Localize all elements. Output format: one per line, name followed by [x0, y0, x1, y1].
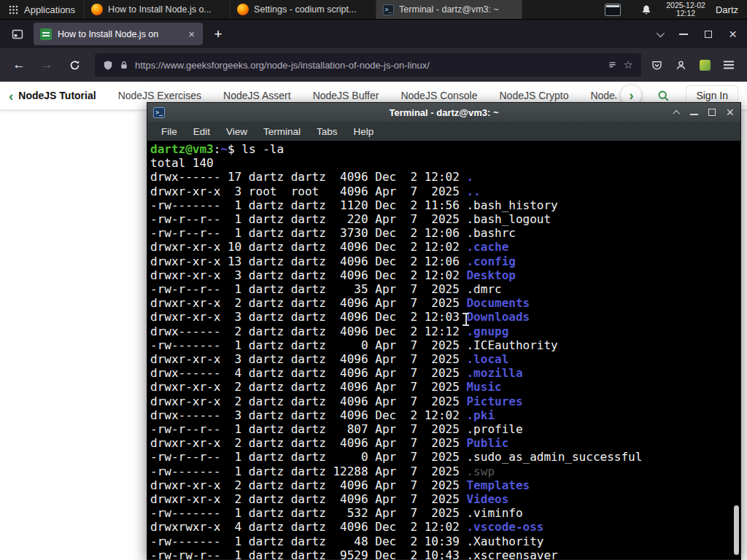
url-text[interactable]: https://www.geeksforgeeks.org/node-js/in…	[135, 60, 601, 71]
terminal-line: drwxr-xr-x 2 dartz dartz 4096 Apr 7 2025…	[150, 394, 740, 408]
file-name: .pki	[466, 408, 495, 422]
terminal-line: drwx------ 3 dartz dartz 4096 Dec 2 12:0…	[150, 408, 740, 422]
pocket-icon[interactable]	[651, 60, 662, 71]
file-name: .ICEauthority	[466, 338, 557, 352]
ibeam-bottom	[462, 324, 469, 326]
terminal-output: drwx------ 17 dartz dartz 4096 Dec 2 12:…	[150, 170, 740, 559]
taskbar-item-settings[interactable]: Settings - codium script...	[231, 0, 376, 19]
terminal-line: drwx------ 4 dartz dartz 4096 Apr 7 2025…	[150, 366, 740, 380]
terminal-shade-button[interactable]	[673, 109, 681, 117]
file-name: Templates	[466, 478, 530, 492]
file-name: .local	[466, 352, 508, 366]
terminal-line: drwxr-xr-x 3 dartz dartz 4096 Dec 2 12:0…	[150, 310, 740, 324]
chevron-left-icon[interactable]: ‹	[9, 89, 13, 103]
terminal-line: -rw-r--r-- 1 dartz dartz 3730 Dec 2 12:0…	[150, 226, 740, 240]
bookmark-star-icon[interactable]: ☆	[624, 58, 633, 71]
mouse-cursor	[462, 313, 469, 326]
site-nav-item[interactable]: NodeJS Console	[400, 90, 477, 101]
terminal-line: drwx------ 2 dartz dartz 4096 Dec 2 12:1…	[150, 324, 740, 338]
extension-icon[interactable]	[700, 60, 711, 71]
shield-icon[interactable]	[103, 60, 113, 71]
forward-button: →	[35, 54, 58, 76]
file-name: ..	[466, 184, 480, 198]
terminal-line: -rw-r--r-- 1 dartz dartz 0 Apr 7 2025 .s…	[150, 450, 740, 464]
terminal-minimize-button[interactable]	[690, 114, 698, 115]
file-name: Downloads	[466, 310, 530, 324]
search-icon[interactable]	[657, 90, 670, 102]
ibeam-bar	[465, 314, 467, 325]
applications-label: Applications	[24, 4, 75, 15]
terminal-window-controls: ×	[675, 103, 734, 122]
taskbar-item-browser[interactable]: How to Install Node.js o...	[85, 0, 231, 19]
file-name: Documents	[466, 296, 530, 310]
firefox-view-icon[interactable]	[7, 24, 28, 44]
browser-tab[interactable]: How to Install Node.js on ×	[34, 23, 203, 45]
list-tabs-chevron-icon[interactable]	[657, 28, 665, 36]
terminal-line: drwxr-xr-x 2 dartz dartz 4096 Apr 7 2025…	[150, 436, 740, 450]
clock-time: 12:12	[666, 9, 705, 18]
file-name: .config	[466, 254, 515, 268]
browser-toolbar: ← → h	[0, 48, 747, 82]
terminal-icon: >_	[383, 4, 394, 15]
terminal-line: -rw------- 1 dartz dartz 1120 Dec 2 11:5…	[150, 198, 740, 212]
site-nav-items: ‹ NodeJS Tutorial NodeJS Exercises NodeJ…	[9, 89, 616, 103]
gfg-favicon-icon	[40, 28, 52, 40]
terminal-line: drwxr-xr-x 2 dartz dartz 4096 Apr 7 2025…	[150, 296, 740, 310]
file-name: .	[466, 170, 473, 184]
scrollbar-thumb[interactable]	[734, 505, 739, 555]
terminal-window: >_ Terminal - dartz@vm3: ~ × File Edit V…	[147, 102, 741, 560]
prompt-symbol: $	[228, 142, 241, 156]
terminal-titlebar[interactable]: >_ Terminal - dartz@vm3: ~ ×	[147, 103, 740, 122]
terminal-maximize-button[interactable]	[708, 109, 716, 116]
tab-bar: How to Install Node.js on × + ×	[0, 20, 747, 48]
site-nav-item[interactable]: NodeJS Exercises	[118, 90, 201, 101]
clock[interactable]: 2025-12-02 12:12	[666, 1, 705, 18]
menu-file[interactable]: File	[161, 126, 177, 137]
total-line: total 140	[150, 156, 740, 170]
terminal-screen[interactable]: dartz@vm3:~$ ls -la total 140 drwx------…	[147, 141, 740, 559]
file-name: .xscreensaver	[466, 548, 557, 559]
site-nav-item[interactable]: NodeJS Buffer	[313, 90, 379, 101]
menu-view[interactable]: View	[226, 126, 247, 137]
terminal-window-icon	[605, 4, 621, 16]
site-nav-item[interactable]: NodeJS Crypto	[500, 90, 569, 101]
terminal-line: -rw-r--r-- 1 dartz dartz 35 Apr 7 2025 .…	[150, 282, 740, 296]
taskbar: How to Install Node.js o... Settings - c…	[85, 0, 522, 19]
menu-help[interactable]: Help	[354, 126, 374, 137]
applications-menu[interactable]: Applications	[0, 0, 85, 19]
tab-close-icon[interactable]: ×	[187, 28, 196, 40]
window-maximize-button[interactable]	[705, 31, 712, 38]
terminal-line: drwxr-xr-x 3 dartz dartz 4096 Apr 7 2025…	[150, 352, 740, 366]
window-close-button[interactable]: ×	[729, 29, 737, 39]
notification-bell-icon[interactable]	[641, 4, 651, 15]
terminal-line: -rw-r--r-- 1 dartz dartz 807 Apr 7 2025 …	[150, 422, 740, 436]
back-button[interactable]: ←	[7, 54, 31, 76]
menu-tabs[interactable]: Tabs	[317, 126, 338, 137]
terminal-menubar: File Edit View Terminal Tabs Help	[147, 122, 740, 141]
terminal-line: drwxr-xr-x 13 dartz dartz 4096 Dec 2 12:…	[150, 254, 740, 268]
reload-button[interactable]	[63, 54, 86, 76]
site-nav-active-item[interactable]: ‹ NodeJS Tutorial	[9, 89, 96, 103]
menu-edit[interactable]: Edit	[193, 126, 210, 137]
window-minimize-button[interactable]	[679, 34, 688, 35]
prompt-separator: :	[214, 142, 221, 156]
terminal-line: drwx------ 17 dartz dartz 4096 Dec 2 12:…	[150, 170, 740, 184]
menu-terminal[interactable]: Terminal	[263, 126, 301, 137]
lock-icon[interactable]	[120, 60, 128, 70]
terminal-line: drwxr-xr-x 10 dartz dartz 4096 Dec 2 12:…	[150, 240, 740, 254]
site-nav-label: NodeJS Tutorial	[18, 90, 96, 101]
taskbar-item-terminal[interactable]: >_ Terminal - dartz@vm3: ~	[376, 0, 522, 19]
reader-view-icon[interactable]	[608, 61, 617, 70]
panel-terminal-launcher[interactable]	[602, 1, 624, 18]
site-nav-item[interactable]: NodeJS Assert	[223, 90, 291, 101]
toolbar-right-icons	[650, 60, 740, 71]
account-icon[interactable]	[676, 60, 686, 71]
url-bar[interactable]: https://www.geeksforgeeks.org/node-js/in…	[95, 53, 641, 77]
file-name: .cache	[466, 240, 508, 254]
site-nav-item[interactable]: NodeJS DNS	[590, 90, 616, 101]
user-menu[interactable]: Dartz	[716, 4, 738, 15]
terminal-close-button[interactable]: ×	[726, 108, 734, 117]
terminal-line: drwxr-xr-x 2 dartz dartz 4096 Apr 7 2025…	[150, 380, 740, 394]
new-tab-button[interactable]: +	[209, 25, 228, 44]
menu-hamburger-icon[interactable]	[724, 64, 734, 66]
